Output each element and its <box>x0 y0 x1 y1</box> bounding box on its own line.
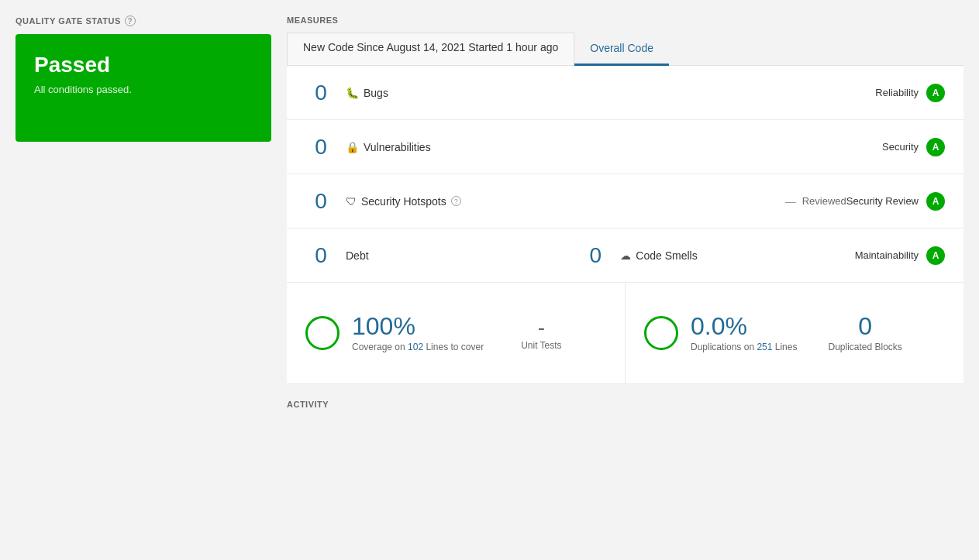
bug-icon: 🐛 <box>346 87 359 99</box>
maintainability-right: Maintainability A <box>855 246 945 265</box>
quality-gate-card: Passed All conditions passed. <box>16 34 271 142</box>
lock-icon: 🔒 <box>346 141 359 153</box>
measure-row-bugs: 0 🐛 Bugs Reliability A <box>287 66 963 120</box>
debt-value: 0 <box>305 243 336 268</box>
vulnerabilities-label-text: Vulnerabilities <box>364 141 431 153</box>
new-code-tab-label: New Code <box>303 41 353 53</box>
bugs-right: Reliability A <box>875 84 945 102</box>
code-smells-label-text: Code Smells <box>636 249 697 262</box>
hotspots-label-text: Security Hotspots <box>361 195 446 208</box>
debt-label: Debt <box>346 249 369 262</box>
security-review-label: Security Review <box>846 195 919 207</box>
bugs-label-text: Bugs <box>364 87 388 99</box>
reviewed-label: Reviewed <box>802 195 846 207</box>
maintainability-label: Maintainability <box>855 249 919 261</box>
quality-gate-help-icon[interactable]: ? <box>125 15 136 26</box>
duplicated-blocks-label: Duplicated Blocks <box>828 342 901 352</box>
duplicated-blocks-section: 0 Duplicated Blocks <box>809 298 920 368</box>
code-smells-value: 0 <box>580 243 611 268</box>
right-panel: MEASURES New Code Since August 14, 2021 … <box>287 15 963 545</box>
reviewed-dash: — <box>785 195 796 208</box>
hotspots-help-icon[interactable]: ? <box>451 196 461 206</box>
coverage-prefix: Coverage on <box>352 342 405 352</box>
code-smells-label: ☁ Code Smells <box>620 249 854 262</box>
unit-tests-value: - <box>538 315 545 340</box>
vulnerabilities-label: 🔒 Vulnerabilities <box>346 141 882 153</box>
code-smells-section: 0 ☁ Code Smells <box>580 243 854 268</box>
coverage-text: 100% Coverage on 102 Lines to cover <box>352 314 484 352</box>
duplications-value: 0.0% <box>691 314 797 338</box>
bugs-label: 🐛 Bugs <box>346 87 875 99</box>
coverage-suffix: Lines to cover <box>426 342 484 352</box>
quality-gate-section-label: QUALITY GATE STATUS ? <box>16 15 271 26</box>
measures-section-label: MEASURES <box>287 15 963 25</box>
coverage-detail: Coverage on 102 Lines to cover <box>352 342 484 352</box>
duplications-text: 0.0% Duplications on 251 Lines <box>691 314 797 352</box>
duplications-prefix: Duplications on <box>691 342 754 352</box>
maintainability-badge: A <box>926 246 945 265</box>
quality-gate-label-text: QUALITY GATE STATUS <box>16 16 121 26</box>
vulnerabilities-right: Security A <box>882 138 945 156</box>
security-review-badge: A <box>926 192 945 211</box>
measure-row-security-hotspots: 0 🛡 Security Hotspots ? — Reviewed Secur… <box>287 174 963 228</box>
debt-section: 0 Debt <box>305 243 580 268</box>
measures-content: 0 🐛 Bugs Reliability A 0 🔒 Vulnerabiliti… <box>287 66 963 384</box>
quality-gate-subtitle: All conditions passed. <box>34 84 253 95</box>
unit-tests-label: Unit Tests <box>521 340 561 351</box>
left-panel: QUALITY GATE STATUS ? Passed All conditi… <box>16 15 271 545</box>
hotspots-label: 🛡 Security Hotspots ? <box>346 195 770 208</box>
duplications-suffix: Lines <box>775 342 798 352</box>
coverage-section: 100% Coverage on 102 Lines to cover - Un… <box>287 283 626 383</box>
bugs-value: 0 <box>305 81 336 105</box>
duplications-section: 0.0% Duplications on 251 Lines 0 Duplica… <box>626 283 963 383</box>
reviewed-section: — Reviewed <box>785 195 846 208</box>
security-badge: A <box>926 138 945 156</box>
vulnerabilities-value: 0 <box>305 135 336 160</box>
new-code-date1: Since August 14, 2021 <box>357 41 465 53</box>
smells-icon: ☁ <box>620 249 631 262</box>
duplications-highlight: 251 <box>757 342 772 352</box>
tab-overall-code[interactable]: Overall Code <box>574 33 669 66</box>
hotspots-value: 0 <box>305 189 336 214</box>
quality-gate-status: Passed <box>34 53 253 77</box>
new-code-date2: Started 1 hour ago <box>468 41 558 53</box>
activity-section-label: ACTIVITY <box>287 400 963 409</box>
tab-new-code[interactable]: New Code Since August 14, 2021 Started 1… <box>287 33 574 65</box>
security-label: Security <box>882 141 919 153</box>
bottom-metrics: 100% Coverage on 102 Lines to cover - Un… <box>287 283 963 384</box>
unit-tests-section: - Unit Tests <box>521 315 561 351</box>
duplicated-blocks-value: 0 <box>858 314 872 338</box>
reliability-label: Reliability <box>875 87 919 98</box>
reliability-badge: A <box>926 84 945 102</box>
coverage-circle <box>305 316 340 350</box>
measure-row-vulnerabilities: 0 🔒 Vulnerabilities Security A <box>287 120 963 174</box>
duplications-detail: Duplications on 251 Lines <box>691 342 797 352</box>
measure-row-maintainability: 0 Debt 0 ☁ Code Smells Maintainability A <box>287 228 963 283</box>
measures-tabs: New Code Since August 14, 2021 Started 1… <box>287 33 963 66</box>
hotspots-right: Security Review A <box>846 192 945 211</box>
coverage-highlight: 102 <box>408 342 423 352</box>
duplications-circle <box>644 316 678 350</box>
shield-icon: 🛡 <box>346 195 357 208</box>
coverage-value: 100% <box>352 314 484 338</box>
